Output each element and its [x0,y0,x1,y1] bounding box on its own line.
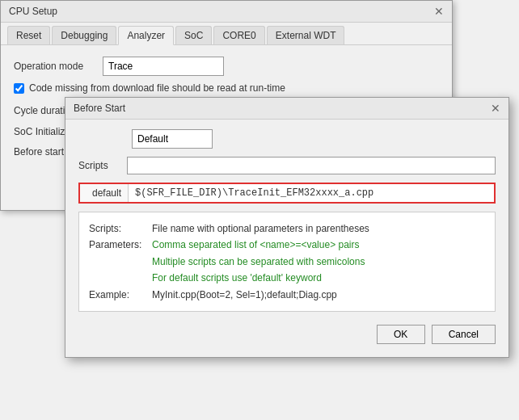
help-row-1: Parameters: Comma separated list of <nam… [89,237,485,253]
scripts-row: Scripts [78,157,496,174]
help-key-0: Scripts: [89,220,146,237]
operation-mode-row: Operation mode Trace SWO Other [14,57,439,76]
help-row-0: Scripts: File name with optional paramet… [89,220,485,237]
help-row-4: Example: MyInit.cpp(Boot=2, Sel=1);defau… [89,287,485,303]
tab-reset[interactable]: Reset [7,26,50,44]
operation-mode-dropdown-wrap: Trace SWO Other [103,57,224,76]
help-value-0: File name with optional parameters in pa… [152,220,369,237]
default-dropdown-row: Default Custom [78,129,496,149]
default-dropdown-wrap: Default Custom [132,129,213,149]
help-box: Scripts: File name with optional paramet… [78,212,496,312]
tab-analyzer[interactable]: Analyzer [118,26,174,45]
help-key-4: Example: [89,287,146,303]
before-start-dialog: Before Start ✕ Default Custom Scripts de… [65,97,509,358]
help-value-1: Comma separated list of <name>=<value> p… [152,237,359,253]
before-start-label: Before start [14,146,70,158]
help-row-2: Multiple scripts can be separated with s… [89,254,485,270]
cancel-button[interactable]: Cancel [432,325,496,344]
dialog-content: Default Custom Scripts default $(SFR_FIL… [65,120,508,357]
main-title-bar: CPU Setup ✕ [1,1,452,23]
main-close-button[interactable]: ✕ [434,6,444,17]
help-value-3: For default scripts use 'default' keywor… [152,270,322,286]
help-key-1: Parameters: [89,237,146,253]
dialog-buttons: OK Cancel [78,321,496,347]
ok-button[interactable]: OK [377,325,425,344]
scripts-label: Scripts [78,160,127,171]
help-key-3 [89,270,146,286]
tab-soc[interactable]: SoC [175,26,212,44]
default-row-value: $(SFR_FILE_DIR)\TraceInit_EFM32xxxx_a.cp… [129,184,494,202]
checkbox-row: Code missing from download file should b… [14,82,439,94]
main-window-title: CPU Setup [9,6,57,17]
tab-external-wdt[interactable]: External WDT [267,26,345,44]
default-row-label: default [80,184,129,202]
help-value-4: MyInit.cpp(Boot=2, Sel=1);default;Diag.c… [152,287,337,303]
tab-debugging[interactable]: Debugging [52,26,116,44]
scripts-input[interactable] [127,157,496,174]
operation-mode-dropdown[interactable]: Trace SWO Other [103,57,224,76]
dialog-title: Before Start [74,103,125,114]
default-value-row: default $(SFR_FILE_DIR)\TraceInit_EFM32x… [78,183,496,204]
checkbox-label: Code missing from download file should b… [29,82,285,94]
tab-core0[interactable]: CORE0 [213,26,264,44]
dialog-close-button[interactable]: ✕ [491,103,500,114]
tabs-bar: Reset Debugging Analyzer SoC CORE0 Exter… [1,23,452,45]
dialog-title-bar: Before Start ✕ [65,98,508,120]
default-dropdown[interactable]: Default Custom [132,129,213,149]
missing-code-checkbox[interactable] [14,83,24,94]
help-row-3: For default scripts use 'default' keywor… [89,270,485,286]
operation-mode-label: Operation mode [14,61,103,72]
help-value-2: Multiple scripts can be separated with s… [152,254,365,270]
help-key-2 [89,254,146,270]
